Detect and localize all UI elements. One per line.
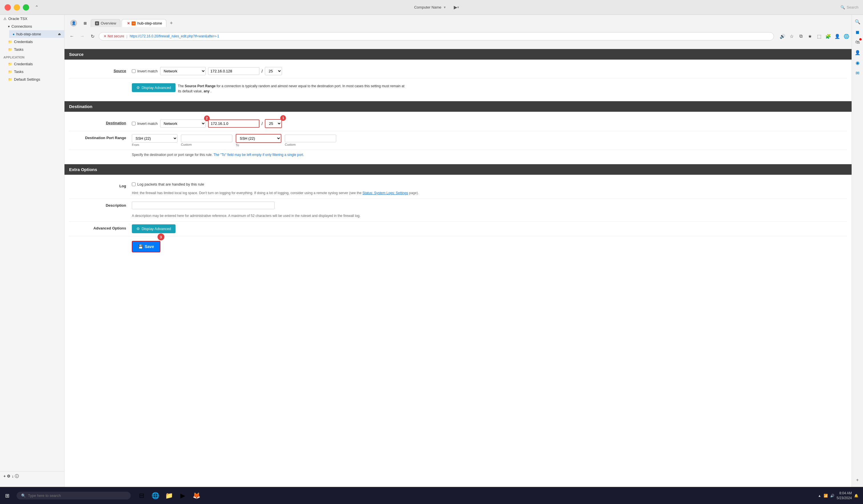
- source-network-dropdown[interactable]: Network: [160, 67, 206, 75]
- source-invert-match-label[interactable]: Invert match: [132, 69, 158, 73]
- back-chevron-icon[interactable]: ⌃: [35, 4, 38, 10]
- play-icon[interactable]: ▶: [454, 4, 457, 10]
- from-port-dropdown[interactable]: SSH (22): [132, 134, 177, 143]
- windows-logo-icon: ⊞: [5, 493, 10, 499]
- taskbar-sound-icon[interactable]: 🔊: [830, 494, 835, 498]
- source-ip-input[interactable]: [208, 67, 260, 75]
- play-dropdown-icon[interactable]: ▾: [457, 5, 459, 9]
- save-button[interactable]: 💾 Save: [132, 241, 160, 252]
- destination-label[interactable]: Destination: [69, 119, 132, 125]
- edge-btn[interactable]: 🌐: [842, 32, 850, 40]
- taskbar-notification-icon[interactable]: 🔔: [854, 494, 859, 498]
- taskbar-app-edge[interactable]: 🌐: [149, 490, 162, 502]
- right-shop-btn[interactable]: 🛍: [853, 38, 862, 47]
- source-label[interactable]: Source: [69, 67, 132, 73]
- taskbar-app-fox[interactable]: 🦊: [190, 490, 203, 502]
- extensions-btn[interactable]: 🧩: [824, 32, 832, 40]
- right-bookmark-btn[interactable]: ◼: [853, 27, 862, 37]
- source-display-advanced-btn[interactable]: ⚙ Display Advanced: [132, 83, 175, 92]
- web-select-btn[interactable]: ⬚: [815, 32, 823, 40]
- description-input[interactable]: [132, 202, 275, 209]
- right-search-btn[interactable]: 🔍: [853, 17, 862, 26]
- browser-tab-hub[interactable]: ✕ H hub-step-stone: [122, 19, 166, 27]
- taskbar-search-input[interactable]: [28, 493, 114, 498]
- sidebar-item-connections[interactable]: ▾ Connections: [4, 23, 64, 30]
- separator: |: [126, 34, 127, 38]
- windows-start-button[interactable]: ⊞: [0, 487, 14, 504]
- folder-icon: 📁: [8, 40, 12, 44]
- right-outlook-btn[interactable]: ✉: [853, 68, 862, 78]
- taskbar-search-box[interactable]: 🔍: [16, 492, 131, 500]
- destination-port-controls: SSH (22) From Custom SSH (22) To: [132, 134, 847, 147]
- nav-back-button[interactable]: ←: [68, 32, 76, 40]
- browser-url-bar[interactable]: ✕ Not secure | https://172.16.0.20/firew…: [99, 32, 774, 40]
- nav-refresh-button[interactable]: ↻: [88, 32, 97, 40]
- mac-maximize-btn[interactable]: [23, 4, 29, 11]
- info-icon[interactable]: ⓘ: [15, 474, 19, 479]
- taskbar-app-terminal[interactable]: ▶: [176, 490, 189, 502]
- taskbar-time[interactable]: 8:04 AM 5/23/2024: [837, 491, 852, 501]
- sidebar-oracle-tsx-label: Oracle TSX: [8, 16, 27, 21]
- add-favorites-btn[interactable]: ★: [806, 32, 814, 40]
- split-screen-btn[interactable]: ⧉: [797, 32, 805, 40]
- destination-network-dropdown[interactable]: Network: [160, 119, 206, 128]
- sidebar-item-default-settings[interactable]: 📁 Default Settings: [4, 76, 64, 83]
- extra-options-body: Log Log packets that are handled by this…: [64, 175, 852, 261]
- destination-invert-match-label[interactable]: Invert match: [132, 121, 158, 126]
- source-form-row: Source Invert match Network / 25: [69, 64, 847, 78]
- sidebar-item-tasks[interactable]: 📁 Tasks: [4, 46, 64, 53]
- right-edge-btn[interactable]: ◉: [853, 58, 862, 67]
- mac-search-area[interactable]: 🔍 Search: [840, 5, 859, 9]
- taskbar-show-desktop-icon[interactable]: ▲: [818, 494, 821, 498]
- add-icon[interactable]: +: [3, 474, 6, 479]
- tab-hub-close-icon[interactable]: ✕: [127, 21, 130, 25]
- to-port-dropdown[interactable]: SSH (22): [236, 134, 282, 143]
- main-content: Source Source Invert match Network / 25: [64, 49, 852, 487]
- eject-icon[interactable]: ⏏: [58, 32, 61, 36]
- destination-ip-input[interactable]: [208, 119, 260, 128]
- log-hint2: page).: [409, 191, 419, 195]
- browser-tab-overview[interactable]: ⊞ Overview: [91, 19, 121, 27]
- right-user-btn[interactable]: 👤: [853, 48, 862, 57]
- source-invert-match-checkbox[interactable]: [132, 69, 136, 73]
- profile-btn[interactable]: 👤: [833, 32, 841, 40]
- nav-forward-button[interactable]: →: [78, 32, 86, 40]
- add-tab-button[interactable]: +: [167, 20, 175, 26]
- to-custom-input[interactable]: [285, 134, 336, 142]
- taskbar-app-explorer[interactable]: 📁: [163, 490, 175, 502]
- sidebar-item-app-credentials[interactable]: 📁 Credentials: [4, 60, 64, 68]
- profile-icon[interactable]: 👤: [68, 18, 79, 28]
- annotation-circle-3: 3: [158, 233, 164, 240]
- source-hint-any: any: [203, 89, 210, 93]
- download-icon[interactable]: ↓: [12, 474, 14, 479]
- not-secure-indicator: ✕ Not secure: [103, 34, 124, 38]
- mac-close-btn[interactable]: [4, 4, 11, 11]
- settings-icon[interactable]: ⚙: [7, 474, 11, 479]
- grid-icon[interactable]: ⊞: [80, 18, 90, 28]
- taskbar-network-icon[interactable]: 📶: [824, 494, 828, 498]
- sidebar-item-credentials[interactable]: 📁 Credentials: [4, 38, 64, 46]
- dropdown-icon[interactable]: ▾: [444, 5, 446, 9]
- log-checkbox-label[interactable]: Log packets that are handled by this rul…: [132, 182, 204, 186]
- destination-section-body: Destination Invert match Network 2 1 /: [64, 112, 852, 164]
- url-text: https://172.16.0.20/firewall_rules_edit.…: [129, 34, 219, 38]
- log-form-row: Log Log packets that are handled by this…: [69, 179, 847, 199]
- source-cidr-dropdown[interactable]: 25: [265, 67, 282, 75]
- log-checkbox[interactable]: [132, 182, 136, 186]
- favorites-btn[interactable]: ☆: [788, 32, 796, 40]
- destination-controls: Invert match Network 2 1 / 25: [132, 119, 847, 128]
- sidebar-item-app-tasks[interactable]: 📁 Tasks: [4, 68, 64, 76]
- destination-invert-match-checkbox[interactable]: [132, 122, 136, 126]
- mac-minimize-btn[interactable]: [14, 4, 20, 11]
- taskbar-app-files[interactable]: ⊟: [135, 490, 148, 502]
- sidebar-item-hub-step-stone[interactable]: ● hub-step-stone ⏏: [9, 30, 64, 38]
- read-aloud-btn[interactable]: 🔊: [778, 32, 787, 40]
- sidebar-item-oracle-tsx[interactable]: ⚠ Oracle TSX: [0, 15, 64, 23]
- mac-window-controls[interactable]: [4, 4, 29, 11]
- right-add-btn[interactable]: +: [853, 476, 862, 484]
- destination-cidr-dropdown[interactable]: 25: [265, 119, 282, 128]
- from-custom-input[interactable]: [181, 134, 232, 142]
- taskbar-explorer-icon: 📁: [165, 492, 173, 500]
- extra-display-advanced-btn[interactable]: ⚙ Display Advanced: [132, 224, 175, 233]
- log-hint-link[interactable]: Status: System Logs: Settings: [362, 191, 408, 195]
